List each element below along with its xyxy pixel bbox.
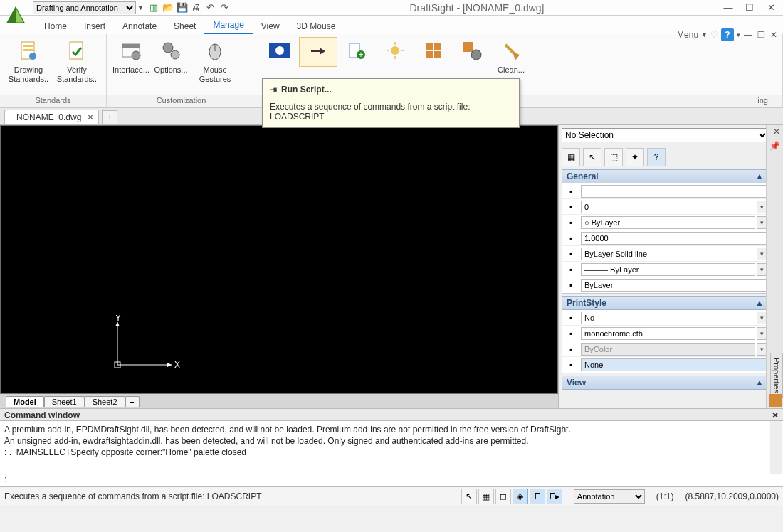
annotation-scale-select[interactable]: Annotation xyxy=(574,489,645,504)
property-value[interactable]: monochrome.ctb xyxy=(581,327,755,340)
panel-pin-icon[interactable]: 📌 xyxy=(769,141,780,151)
property-row[interactable]: ▪1.0000 xyxy=(562,230,768,246)
property-row[interactable]: ▪ xyxy=(562,183,768,199)
tab-home[interactable]: Home xyxy=(36,18,75,34)
tab-3dmouse[interactable]: 3D Mouse xyxy=(288,18,345,34)
properties-side-tab[interactable]: Properties xyxy=(770,353,783,398)
pick-icon[interactable]: ⬚ xyxy=(604,148,623,166)
sb-etrack-icon[interactable]: E▸ xyxy=(547,489,562,504)
open-icon[interactable]: 📂 xyxy=(162,2,174,14)
new-icon[interactable]: ▥ xyxy=(148,2,159,14)
property-row[interactable]: ▪——— ByLayer▾ xyxy=(562,262,768,277)
svg-rect-26 xyxy=(434,51,441,58)
property-value[interactable]: ○ ByLayer xyxy=(581,216,755,229)
property-row[interactable]: ▪No▾ xyxy=(562,310,768,326)
undo-icon[interactable]: ↶ xyxy=(205,2,216,14)
workspace-dd-icon[interactable]: ▼ xyxy=(137,4,144,11)
workspace-select[interactable]: Drafting and Annotation xyxy=(33,1,136,14)
print-none-icon: ▪ xyxy=(562,360,579,370)
tab-sheet[interactable]: Sheet xyxy=(165,18,204,34)
svg-text:X: X xyxy=(174,360,180,370)
cmd-scrollbar[interactable] xyxy=(770,421,782,474)
property-value[interactable]: ByLayer xyxy=(581,279,767,292)
sb-polar-icon[interactable]: ◈ xyxy=(513,489,528,504)
sheet-tab-2[interactable]: Sheet2 xyxy=(85,396,125,407)
clean-button[interactable]: Clean... xyxy=(491,37,531,75)
close-icon[interactable]: ✕ xyxy=(87,112,94,122)
property-value[interactable]: ——— ByLayer xyxy=(581,263,755,276)
tab-view[interactable]: View xyxy=(253,18,288,34)
panel-help-icon[interactable]: ? xyxy=(647,148,666,166)
tab-insert[interactable]: Insert xyxy=(75,18,114,34)
app-logo[interactable] xyxy=(4,4,27,27)
command-input[interactable]: : xyxy=(0,474,783,486)
property-value[interactable]: None xyxy=(581,358,767,371)
add-tab-button[interactable]: + xyxy=(102,110,117,124)
macro-settings-button[interactable] xyxy=(453,37,491,65)
property-value[interactable]: ByLayer Solid line xyxy=(581,248,755,260)
mdi-close-button[interactable]: ✕ xyxy=(769,30,779,40)
cmd-close-icon[interactable]: ✕ xyxy=(772,410,779,419)
property-value[interactable]: 1.0000 xyxy=(581,232,767,245)
menu-button[interactable]: Menu xyxy=(677,30,698,40)
select-all-icon[interactable]: ▦ xyxy=(562,148,580,166)
property-row[interactable]: ▪0▾ xyxy=(562,199,768,215)
filter-icon[interactable]: ✦ xyxy=(626,148,644,166)
verify-standards-button[interactable]: Verify Standards.. xyxy=(53,37,101,83)
status-hint: Executes a sequence of commands from a s… xyxy=(4,491,261,501)
panel-close-icon[interactable]: ✕ xyxy=(773,127,780,137)
sb-grid-icon[interactable]: ▦ xyxy=(478,489,494,504)
sb-esnap-icon[interactable]: E xyxy=(530,489,545,504)
addin-sun-icon xyxy=(383,38,407,63)
property-row[interactable]: ▪ByLayer Solid line▾ xyxy=(562,246,768,262)
mdi-minimize-button[interactable]: — xyxy=(743,30,753,40)
property-value[interactable]: 0 xyxy=(581,201,755,213)
save-icon[interactable]: 💾 xyxy=(177,2,188,14)
svg-point-9 xyxy=(171,50,179,59)
addin-manager-button[interactable] xyxy=(414,37,453,65)
globe-icon: ▪ xyxy=(562,186,579,196)
property-row[interactable]: ▪None xyxy=(562,357,768,373)
sheet-tab-add[interactable]: + xyxy=(125,396,140,407)
redo-icon[interactable]: ↷ xyxy=(219,2,231,14)
property-value[interactable]: ByColor xyxy=(581,343,755,356)
tab-manage[interactable]: Manage xyxy=(204,17,252,34)
print-icon[interactable]: 🖨 xyxy=(191,2,202,14)
mouse-gestures-button[interactable]: Mouse Gestures xyxy=(191,37,239,83)
record-script-button[interactable] xyxy=(261,37,299,65)
load-application-button[interactable]: + xyxy=(337,37,376,65)
run-script-button[interactable] xyxy=(299,37,337,67)
section-view[interactable]: View▲ xyxy=(562,376,769,390)
property-row[interactable]: ▪ByLayer xyxy=(562,277,768,293)
sheet-tab-1[interactable]: Sheet1 xyxy=(44,396,85,407)
maximize-button[interactable]: ☐ xyxy=(745,3,755,13)
options-button[interactable]: Options... xyxy=(151,37,191,75)
tab-annotate[interactable]: Annotate xyxy=(114,18,165,34)
interface-button[interactable]: Interface... xyxy=(111,37,151,75)
command-window[interactable]: A premium add-in, EPDMDraftSight.dll, ha… xyxy=(0,421,783,474)
property-row[interactable]: ▪ByColor▾ xyxy=(562,341,768,357)
sb-cursor-icon[interactable]: ↖ xyxy=(461,489,477,504)
svg-point-13 xyxy=(275,46,284,55)
property-row[interactable]: ▪○ ByLayer▾ xyxy=(562,215,768,230)
color-swatch-icon[interactable] xyxy=(769,394,782,407)
drawing-canvas[interactable]: Y X xyxy=(1,126,557,393)
sb-ortho-icon[interactable]: ◻ xyxy=(495,489,511,504)
close-button[interactable]: ✕ xyxy=(766,3,776,13)
property-value[interactable] xyxy=(581,185,767,198)
heart-icon[interactable]: ♡ xyxy=(710,30,718,40)
property-row[interactable]: ▪monochrome.ctb▾ xyxy=(562,326,768,341)
section-general[interactable]: General▲ xyxy=(562,169,769,183)
print-apply-icon: ▪ xyxy=(562,313,579,323)
mdi-restore-button[interactable]: ❐ xyxy=(756,30,766,40)
sheet-tab-model[interactable]: Model xyxy=(6,396,44,407)
minimize-button[interactable]: — xyxy=(723,3,733,13)
quick-select-icon[interactable]: ↖ xyxy=(583,148,601,166)
section-printstyle[interactable]: PrintStyle▲ xyxy=(562,296,769,310)
selection-filter-select[interactable]: No Selection xyxy=(562,128,769,142)
document-tab[interactable]: NONAME_0.dwg✕ xyxy=(4,110,99,124)
addins-button[interactable] xyxy=(376,37,414,65)
drawing-standards-button[interactable]: Drawing Standards.. xyxy=(4,37,53,83)
property-value[interactable]: No xyxy=(581,312,755,324)
help-button[interactable]: ? xyxy=(721,28,734,41)
